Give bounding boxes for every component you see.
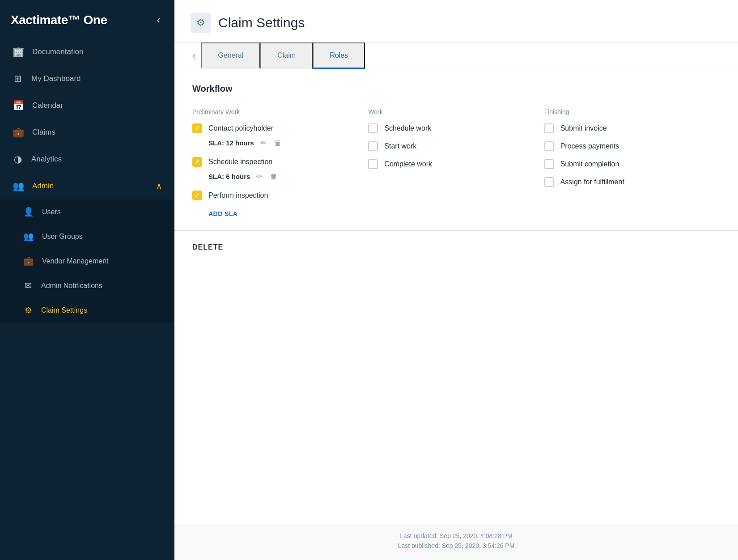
workflow-item-schedule-work: Schedule work <box>368 123 544 133</box>
workflow-item-label-submit-invoice: Submit invoice <box>560 124 607 132</box>
sidebar-item-label: Documentation <box>32 47 83 56</box>
tab-claim[interactable]: Claim <box>260 42 313 69</box>
workflow-col-header-preliminary-work: Preliminary Work <box>192 108 368 115</box>
workflow-item-label-schedule-work: Schedule work <box>384 124 431 132</box>
sidebar-item-vendor-management[interactable]: 💼 Vendor Management <box>0 249 174 273</box>
workflow-item-label-schedule-inspection: Schedule inspection <box>208 158 272 166</box>
tabs-back-button[interactable]: ‹ <box>191 47 197 65</box>
sidebar-item-label: Admin Notifications <box>41 282 102 290</box>
sidebar-item-label: Admin <box>32 182 54 191</box>
workflow-col-header-work: Work <box>368 108 544 115</box>
workflow-col-work: WorkSchedule workStart workComplete work <box>368 108 544 218</box>
delete-button[interactable]: DELETE <box>192 243 223 251</box>
workflow-item-label-start-work: Start work <box>384 142 416 150</box>
expand-icon: ∧ <box>156 181 162 191</box>
workflow-checkbox-submit-completion[interactable] <box>544 159 554 169</box>
page-header-icon: ⚙ <box>191 13 211 33</box>
admin-notifications-icon: ✉ <box>23 280 33 291</box>
sidebar-header: Xactimate™ One ‹ <box>0 0 174 38</box>
workflow-item-label-submit-completion: Submit completion <box>560 160 619 168</box>
sidebar-item-user-groups[interactable]: 👥 User Groups <box>0 224 174 249</box>
page-header: ⚙ Claim Settings <box>174 0 738 42</box>
workflow-col-preliminary-work: Preliminary WorkContact policyholderSLA:… <box>192 108 368 218</box>
workflow-columns: Preliminary WorkContact policyholderSLA:… <box>192 108 720 218</box>
admin-icon: 👥 <box>13 181 24 191</box>
sidebar-item-users[interactable]: 👤 Users <box>0 199 174 224</box>
workflow-checkbox-assign-for-fulfillment[interactable] <box>544 177 554 187</box>
workflow-col-finishing: FinishingSubmit invoiceProcess paymentsS… <box>544 108 720 218</box>
sidebar-item-documentation[interactable]: 🏢 Documentation <box>0 38 174 65</box>
workflow-item-process-payments: Process payments <box>544 141 720 151</box>
claims-icon: 💼 <box>13 127 24 138</box>
claim-settings-icon: ⚙ <box>23 305 33 315</box>
sidebar-item-label: Claims <box>32 128 55 137</box>
sidebar-item-claim-settings[interactable]: ⚙ Claim Settings <box>0 298 174 322</box>
page-title: Claim Settings <box>218 15 305 30</box>
workflow-title: Workflow <box>192 84 720 94</box>
workflow-checkbox-submit-invoice[interactable] <box>544 123 554 133</box>
workflow-checkbox-schedule-work[interactable] <box>368 123 378 133</box>
sla-text-contact-policyholder: SLA: 12 hours <box>208 139 254 147</box>
workflow-item-label-complete-work: Complete work <box>384 160 432 168</box>
workflow-item-assign-for-fulfillment: Assign for fulfillment <box>544 177 720 187</box>
add-sla-button-preliminary-work[interactable]: ADD SLA <box>208 210 238 217</box>
sidebar-item-claims[interactable]: 💼 Claims <box>0 119 174 146</box>
calendar-icon: 📅 <box>13 100 24 111</box>
settings-icon: ⚙ <box>196 17 205 29</box>
sla-edit-button-schedule-inspection[interactable]: ✏ <box>254 171 264 182</box>
documentation-icon: 🏢 <box>13 47 24 57</box>
last-updated-text: Last updated: Sep 25, 2020, 4:08:28 PM <box>192 532 720 539</box>
sidebar-item-label: Analytics <box>31 155 62 164</box>
content-footer: Last updated: Sep 25, 2020, 4:08:28 PM L… <box>174 524 738 560</box>
workflow-checkbox-perform-inspection[interactable] <box>192 191 202 200</box>
last-published-text: Last published: Sep 25, 2020, 3:54:26 PM <box>192 542 720 549</box>
workflow-checkbox-schedule-inspection[interactable] <box>192 157 202 167</box>
my-dashboard-icon: ⊞ <box>13 73 23 84</box>
sidebar-item-my-dashboard[interactable]: ⊞ My Dashboard <box>0 65 174 92</box>
workflow-item-schedule-inspection: Schedule inspection <box>192 157 368 167</box>
workflow-item-contact-policyholder: Contact policyholder <box>192 123 368 133</box>
sidebar-collapse-button[interactable]: ‹ <box>153 13 164 28</box>
sidebar-item-label: Vendor Management <box>42 257 109 265</box>
sla-row-schedule-inspection: SLA: 6 hours✏🗑 <box>208 171 368 182</box>
app-logo: Xactimate™ One <box>11 13 107 27</box>
sidebar-item-label: Claim Settings <box>41 306 87 314</box>
workflow-checkbox-complete-work[interactable] <box>368 159 378 169</box>
sla-text-schedule-inspection: SLA: 6 hours <box>208 173 250 180</box>
workflow-item-label-perform-inspection: Perform inspection <box>208 191 268 199</box>
workflow-item-label-contact-policyholder: Contact policyholder <box>208 124 273 132</box>
sla-edit-button-contact-policyholder[interactable]: ✏ <box>259 138 268 148</box>
sidebar-item-label: Calendar <box>32 101 63 110</box>
workflow-checkbox-contact-policyholder[interactable] <box>192 123 202 133</box>
workflow-col-header-finishing: Finishing <box>544 108 720 115</box>
tab-roles[interactable]: Roles <box>313 42 365 69</box>
sidebar-nav: 🏢 Documentation ⊞ My Dashboard 📅 Calenda… <box>0 38 174 560</box>
delete-section: DELETE <box>174 231 738 264</box>
sidebar-item-admin[interactable]: 👥 Admin ∧ <box>0 173 174 199</box>
workflow-item-submit-invoice: Submit invoice <box>544 123 720 133</box>
workflow-item-label-process-payments: Process payments <box>560 142 619 150</box>
sidebar-item-admin-notifications[interactable]: ✉ Admin Notifications <box>0 273 174 298</box>
content-area: Workflow Preliminary WorkContact policyh… <box>174 69 738 524</box>
tab-general[interactable]: General <box>201 42 260 69</box>
analytics-icon: ◑ <box>13 154 23 165</box>
sidebar: Xactimate™ One ‹ 🏢 Documentation ⊞ My Da… <box>0 0 174 560</box>
workflow-item-complete-work: Complete work <box>368 159 544 169</box>
sidebar-item-calendar[interactable]: 📅 Calendar <box>0 92 174 119</box>
workflow-item-label-assign-for-fulfillment: Assign for fulfillment <box>560 178 624 186</box>
vendor-management-icon: 💼 <box>23 256 34 266</box>
sidebar-item-label: Users <box>42 208 61 216</box>
sla-delete-button-schedule-inspection[interactable]: 🗑 <box>268 172 279 182</box>
sla-delete-button-contact-policyholder[interactable]: 🗑 <box>272 138 283 148</box>
sidebar-item-label: User Groups <box>42 233 83 241</box>
workflow-checkbox-start-work[interactable] <box>368 141 378 151</box>
workflow-item-perform-inspection: Perform inspection <box>192 191 368 200</box>
tabs-bar: ‹ GeneralClaimRoles <box>174 42 738 69</box>
users-icon: 👤 <box>23 207 34 217</box>
workflow-checkbox-process-payments[interactable] <box>544 141 554 151</box>
workflow-item-submit-completion: Submit completion <box>544 159 720 169</box>
sidebar-item-label: My Dashboard <box>31 74 81 83</box>
sla-row-contact-policyholder: SLA: 12 hours✏🗑 <box>208 138 368 148</box>
sub-nav-admin: 👤 Users 👥 User Groups 💼 Vendor Managemen… <box>0 199 174 322</box>
sidebar-item-analytics[interactable]: ◑ Analytics <box>0 146 174 173</box>
